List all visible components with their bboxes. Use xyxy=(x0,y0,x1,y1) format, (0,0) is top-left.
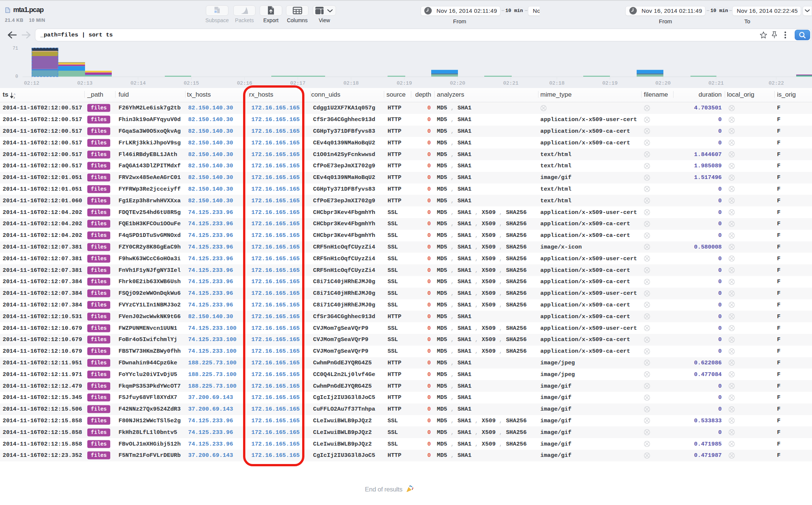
svg-text:02:21: 02:21 xyxy=(503,80,519,86)
svg-text:02:14: 02:14 xyxy=(131,80,146,86)
svg-text:02:19: 02:19 xyxy=(602,80,618,86)
svg-text:02:22: 02:22 xyxy=(769,80,784,86)
svg-text:02:18: 02:18 xyxy=(344,80,359,86)
svg-text:02:21: 02:21 xyxy=(709,80,724,86)
svg-text:71: 71 xyxy=(13,46,18,51)
svg-text:z: z xyxy=(14,96,15,99)
svg-text:0: 0 xyxy=(15,74,18,79)
svg-text:02:19: 02:19 xyxy=(397,80,412,86)
svg-text:02:15: 02:15 xyxy=(184,80,199,86)
svg-text:02:13: 02:13 xyxy=(77,80,93,86)
svg-text:02:18: 02:18 xyxy=(549,80,565,86)
svg-text:02:20: 02:20 xyxy=(655,80,671,86)
svg-text:02:16: 02:16 xyxy=(237,80,252,86)
svg-text:02:20: 02:20 xyxy=(450,80,465,86)
svg-text:02:12: 02:12 xyxy=(24,80,40,86)
